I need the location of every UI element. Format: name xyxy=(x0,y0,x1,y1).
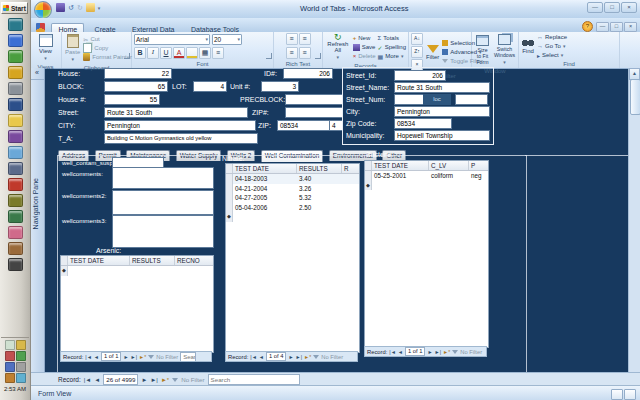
mail-icon[interactable] xyxy=(8,210,23,223)
column-header[interactable]: RECNO xyxy=(175,256,211,265)
column-header[interactable]: C_LV xyxy=(429,161,469,170)
column-header[interactable]: TEST DATE xyxy=(68,256,130,265)
column-header[interactable]: P xyxy=(469,161,486,170)
undo-icon[interactable]: ↺ xyxy=(68,4,74,12)
tray-sync-icon[interactable] xyxy=(5,373,15,383)
bacteria-datasheet[interactable]: TEST DATE C_LV P 05-25-2001 coliform neg… xyxy=(364,160,489,348)
tray-volume-icon[interactable] xyxy=(5,340,15,350)
search-box[interactable]: Search xyxy=(180,352,196,362)
new-record-row[interactable]: ◆ xyxy=(226,212,359,222)
last-record-button[interactable]: ►| xyxy=(131,354,137,360)
first-record-button[interactable]: |◄ xyxy=(85,354,91,360)
record-position[interactable]: 1 of 1 xyxy=(101,352,122,361)
tray-update-icon[interactable] xyxy=(16,351,26,361)
id-field[interactable]: 206 xyxy=(283,68,333,79)
first-record-button[interactable]: |◄ xyxy=(389,349,395,355)
size-to-fit-form-button[interactable]: Size to Fit Form xyxy=(474,34,491,66)
datasheet-view-button[interactable] xyxy=(624,389,636,400)
messenger-icon[interactable] xyxy=(8,50,23,63)
redo-icon[interactable]: ↻ xyxy=(77,4,83,12)
first-record-button[interactable]: |◄ xyxy=(84,377,92,383)
column-header[interactable]: RESULTS xyxy=(130,256,175,265)
paste-button[interactable]: Paste▾ xyxy=(64,33,81,63)
new-record-button[interactable]: ►* xyxy=(161,377,169,383)
close-button[interactable]: × xyxy=(621,2,637,13)
notes-icon[interactable] xyxy=(8,226,23,239)
table-row[interactable]: 04-18-2003 3.40 xyxy=(226,174,359,184)
doc-close-button[interactable]: × xyxy=(624,22,637,32)
record-position[interactable]: 1 of 1 xyxy=(405,347,426,356)
cut-button[interactable]: ✂Cut xyxy=(83,35,132,43)
copy-button[interactable]: Copy xyxy=(83,44,132,52)
ta-field[interactable]: Building C Motion Gymnastics old yellow xyxy=(104,133,258,144)
photos-icon[interactable] xyxy=(8,130,23,143)
scrollbar-thumb[interactable] xyxy=(630,79,640,115)
next-record-button[interactable]: ► xyxy=(288,354,293,360)
first-record-button[interactable]: |◄ xyxy=(250,354,256,360)
record-selector[interactable]: ◆ xyxy=(365,181,372,191)
new-record-row[interactable]: ◆ xyxy=(365,181,488,191)
save-icon[interactable] xyxy=(56,3,65,12)
record-selector[interactable] xyxy=(226,174,233,184)
precblock-field[interactable] xyxy=(285,94,343,105)
record-selector[interactable]: ◆ xyxy=(226,212,233,222)
richtext-dialog-launcher[interactable] xyxy=(315,53,321,59)
show-desktop-icon[interactable] xyxy=(8,18,23,31)
delete-record-button[interactable]: ×Delete xyxy=(353,52,376,60)
doc-restore-button[interactable]: □ xyxy=(610,22,623,32)
clipboard-dialog-launcher[interactable] xyxy=(124,53,130,59)
totals-button[interactable]: ΣTotals xyxy=(378,34,406,42)
table-row[interactable]: 04-21-2004 3.26 xyxy=(226,184,359,194)
house-field[interactable]: 22 xyxy=(104,68,172,79)
select-all-cell[interactable] xyxy=(365,161,372,170)
form-system-icon[interactable] xyxy=(36,23,45,32)
city-field[interactable]: Pennington xyxy=(104,120,256,131)
house-num-field[interactable]: 55 xyxy=(104,94,160,105)
zip2-field[interactable] xyxy=(285,107,343,118)
previous-record-button[interactable]: ◄ xyxy=(398,349,403,355)
settings-icon[interactable] xyxy=(8,194,23,207)
search-box[interactable]: Search xyxy=(208,374,300,385)
record-selector[interactable] xyxy=(226,184,233,194)
lot-field[interactable]: 4 xyxy=(193,81,227,92)
sort-descending-button[interactable]: Z↑ xyxy=(411,46,423,58)
vertical-scrollbar[interactable]: ▲ xyxy=(628,68,640,372)
table-row[interactable]: 05-04-2006 2.50 xyxy=(226,203,359,213)
align-text-button[interactable]: ≡ xyxy=(212,47,224,59)
zip-ext-field[interactable]: 4 xyxy=(329,120,343,131)
gridlines-button[interactable]: ▦ xyxy=(199,47,211,59)
street-name-field[interactable]: Route 31 South xyxy=(394,82,490,93)
filter-button[interactable]: Filter xyxy=(425,44,440,61)
my-computer-icon[interactable] xyxy=(8,82,23,95)
select-all-cell[interactable] xyxy=(226,164,233,173)
street-city-field[interactable]: Pennington xyxy=(394,106,490,117)
next-record-button[interactable]: ► xyxy=(427,349,432,355)
save-record-button[interactable]: Save xyxy=(353,43,376,51)
nitrate-datasheet[interactable]: TEST DATE RESULTS R 04-18-2003 3.40 04-2… xyxy=(225,163,360,353)
music-folder-icon[interactable] xyxy=(8,178,23,191)
internet-explorer-icon[interactable] xyxy=(8,98,23,111)
street-id-field[interactable]: 206 xyxy=(394,70,446,81)
doc-minimize-button[interactable]: — xyxy=(596,22,609,32)
minimize-button[interactable]: — xyxy=(587,2,603,13)
navigation-pane-collapsed[interactable]: « Navigation Pane xyxy=(30,68,45,372)
open-folder-icon[interactable] xyxy=(86,3,95,12)
font-color-button[interactable]: A xyxy=(173,47,185,59)
underline-button[interactable]: U xyxy=(160,47,172,59)
column-header[interactable]: TEST DATE xyxy=(372,161,429,170)
expand-navigation-pane-button[interactable]: « xyxy=(30,68,44,80)
italic-button[interactable]: I xyxy=(147,47,159,59)
view-button[interactable]: View▾ xyxy=(38,33,54,62)
record-selector[interactable] xyxy=(226,193,233,203)
next-record-button[interactable]: ► xyxy=(123,354,128,360)
new-record-row[interactable]: ◆ xyxy=(61,266,213,276)
select-button[interactable]: ▸Select▾ xyxy=(537,51,567,59)
record-position[interactable]: 1 of 4 xyxy=(266,352,287,361)
column-header[interactable]: TEST DATE xyxy=(233,164,297,173)
street-field[interactable]: Route 31 South xyxy=(104,107,248,118)
street-num-field[interactable] xyxy=(394,94,424,105)
refresh-all-button[interactable]: ↻ Refresh All▾ xyxy=(325,33,351,61)
office-button[interactable] xyxy=(34,1,52,19)
column-header[interactable]: RESULTS xyxy=(297,164,342,173)
previous-record-button[interactable]: ◄ xyxy=(94,354,99,360)
